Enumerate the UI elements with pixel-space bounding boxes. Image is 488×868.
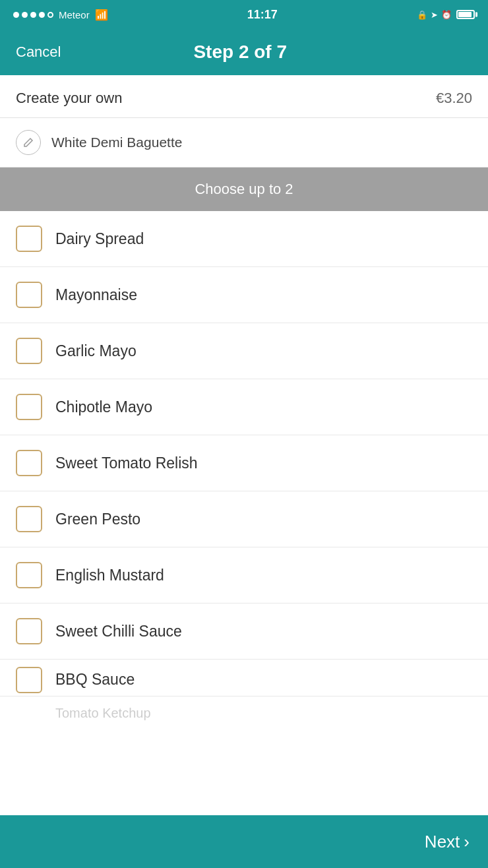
checkbox-bbq-sauce[interactable] <box>16 667 42 693</box>
option-item-2: Mayonnaise <box>0 267 488 323</box>
status-right: 🔒 ➤ ⏰ <box>417 10 475 20</box>
dot-2 <box>22 12 28 18</box>
option-item-5: Sweet Tomato Relish <box>0 435 488 491</box>
checkbox-sweet-tomato-relish[interactable] <box>16 450 42 476</box>
location-icon: ➤ <box>431 10 438 20</box>
option-item-6: Green Pesto <box>0 491 488 547</box>
choose-banner-text: Choose up to 2 <box>195 181 293 197</box>
wifi-icon: 📶 <box>95 9 108 21</box>
item-price: €3.20 <box>436 90 472 107</box>
dot-1 <box>13 12 19 18</box>
option-label-8: Sweet Chilli Sauce <box>55 623 182 640</box>
status-bar: Meteor 📶 11:17 🔒 ➤ ⏰ <box>0 0 488 29</box>
bottom-bar: Next › <box>0 815 488 868</box>
dot-4 <box>39 12 45 18</box>
next-chevron-icon: › <box>464 832 470 852</box>
option-item-7: English Mustard <box>0 547 488 604</box>
option-label-4: Chipotle Mayo <box>55 398 152 416</box>
next-button[interactable]: Next › <box>425 832 470 852</box>
edit-icon[interactable] <box>16 130 41 155</box>
checkbox-garlic-mayo[interactable] <box>16 338 42 364</box>
option-label-2: Mayonnaise <box>55 286 137 304</box>
choose-banner: Choose up to 2 <box>0 168 488 211</box>
option-label-1: Dairy Spread <box>55 230 144 248</box>
option-item-3: Garlic Mayo <box>0 323 488 379</box>
nav-title: Step 2 of 7 <box>61 42 419 63</box>
battery-icon <box>456 10 475 19</box>
option-label-5: Sweet Tomato Relish <box>55 454 198 472</box>
cancel-button[interactable]: Cancel <box>16 44 61 61</box>
dot-5 <box>47 12 53 18</box>
checkbox-english-mustard[interactable] <box>16 562 42 588</box>
lock-icon: 🔒 <box>417 10 427 20</box>
checkbox-green-pesto[interactable] <box>16 506 42 532</box>
signal-dots <box>13 12 53 18</box>
checkbox-mayonnaise[interactable] <box>16 282 42 308</box>
item-header: Create your own €3.20 <box>0 75 488 118</box>
option-item-4: Chipotle Mayo <box>0 379 488 435</box>
option-label-6: Green Pesto <box>55 511 140 528</box>
main-content: Create your own €3.20 White Demi Baguett… <box>0 75 488 790</box>
status-left: Meteor 📶 <box>13 9 108 21</box>
hint-next-item: Tomato Ketchup <box>0 697 488 737</box>
selected-item-name: White Demi Baguette <box>51 135 182 150</box>
battery-fill <box>458 12 472 17</box>
option-label-7: English Mustard <box>55 567 164 584</box>
dot-3 <box>30 12 36 18</box>
option-item-8: Sweet Chilli Sauce <box>0 604 488 660</box>
status-time: 11:17 <box>247 8 278 22</box>
option-item-1: Dairy Spread <box>0 211 488 267</box>
carrier-label: Meteor <box>59 9 90 20</box>
item-title: Create your own <box>16 90 122 107</box>
option-list: Dairy Spread Mayonnaise Garlic Mayo Chip… <box>0 211 488 697</box>
nav-bar: Cancel Step 2 of 7 <box>0 29 488 75</box>
option-label-9: BBQ Sauce <box>55 671 135 689</box>
selected-item-row: White Demi Baguette <box>0 118 488 168</box>
option-item-9: BBQ Sauce <box>0 660 488 697</box>
alarm-icon: ⏰ <box>441 10 452 20</box>
option-label-3: Garlic Mayo <box>55 342 137 360</box>
checkbox-dairy-spread[interactable] <box>16 226 42 252</box>
checkbox-sweet-chilli-sauce[interactable] <box>16 618 42 644</box>
checkbox-chipotle-mayo[interactable] <box>16 394 42 420</box>
page-wrapper: Meteor 📶 11:17 🔒 ➤ ⏰ Cancel Step 2 of 7 … <box>0 0 488 868</box>
next-label: Next <box>425 832 460 852</box>
